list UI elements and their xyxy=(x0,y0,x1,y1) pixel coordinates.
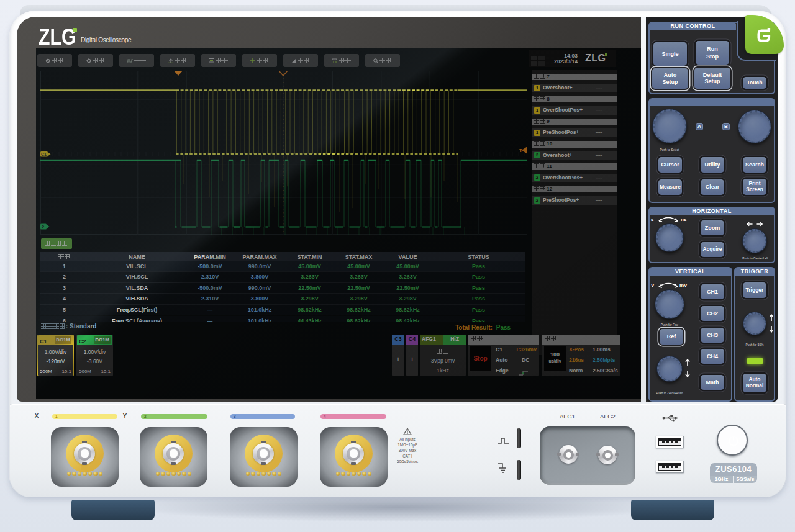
svg-text:C1: C1 xyxy=(41,152,47,156)
svg-text:2: 2 xyxy=(42,224,44,230)
svg-text:T: T xyxy=(519,148,522,153)
